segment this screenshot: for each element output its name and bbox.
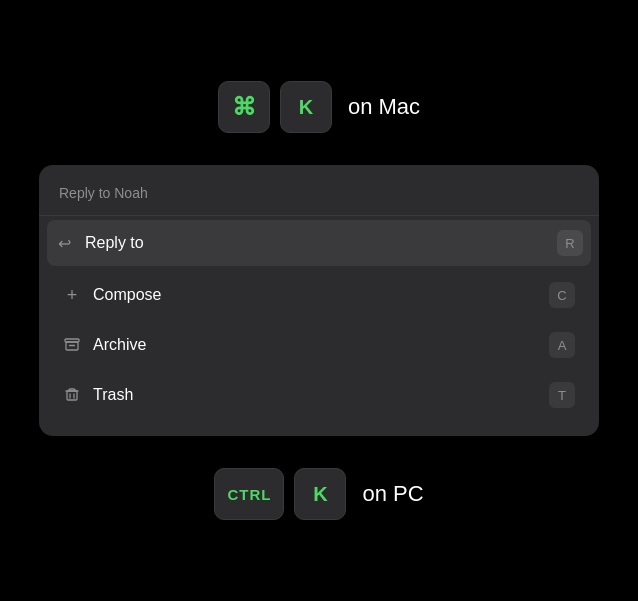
compose-label: Compose bbox=[93, 286, 537, 304]
reply-to-icon: ↩ bbox=[55, 234, 73, 252]
trash-shortcut: T bbox=[549, 382, 575, 408]
menu-divider bbox=[39, 215, 599, 216]
pc-label: on PC bbox=[362, 481, 423, 507]
archive-label: Archive bbox=[93, 336, 537, 354]
cmd-key-badge: ⌘ bbox=[218, 81, 270, 133]
ctrl-label: CTRL bbox=[227, 486, 271, 503]
mac-k-label: K bbox=[299, 96, 313, 119]
reply-to-shortcut: R bbox=[557, 230, 583, 256]
compose-shortcut: C bbox=[549, 282, 575, 308]
archive-shortcut: A bbox=[549, 332, 575, 358]
menu-item-trash[interactable]: Trash T bbox=[39, 370, 599, 420]
reply-to-label: Reply to bbox=[85, 234, 545, 252]
menu-item-reply-to[interactable]: ↩ Reply to R bbox=[47, 220, 591, 266]
mac-k-key-badge: K bbox=[280, 81, 332, 133]
ctrl-key-badge: CTRL bbox=[214, 468, 284, 520]
compose-icon: + bbox=[63, 286, 81, 304]
pc-shortcut-row: CTRL K on PC bbox=[214, 468, 423, 520]
trash-icon bbox=[63, 386, 81, 404]
svg-rect-4 bbox=[67, 391, 77, 400]
menu-item-archive[interactable]: Archive A bbox=[39, 320, 599, 370]
archive-icon bbox=[63, 336, 81, 354]
mac-label: on Mac bbox=[348, 94, 420, 120]
trash-label: Trash bbox=[93, 386, 537, 404]
menu-title: Reply to Noah bbox=[39, 181, 599, 215]
menu-item-compose[interactable]: + Compose C bbox=[39, 270, 599, 320]
mac-shortcut-row: ⌘ K on Mac bbox=[218, 81, 420, 133]
pc-k-label: K bbox=[313, 483, 327, 506]
cmd-symbol: ⌘ bbox=[232, 93, 256, 121]
command-menu: Reply to Noah ↩ Reply to R + Compose C A… bbox=[39, 165, 599, 436]
pc-k-key-badge: K bbox=[294, 468, 346, 520]
